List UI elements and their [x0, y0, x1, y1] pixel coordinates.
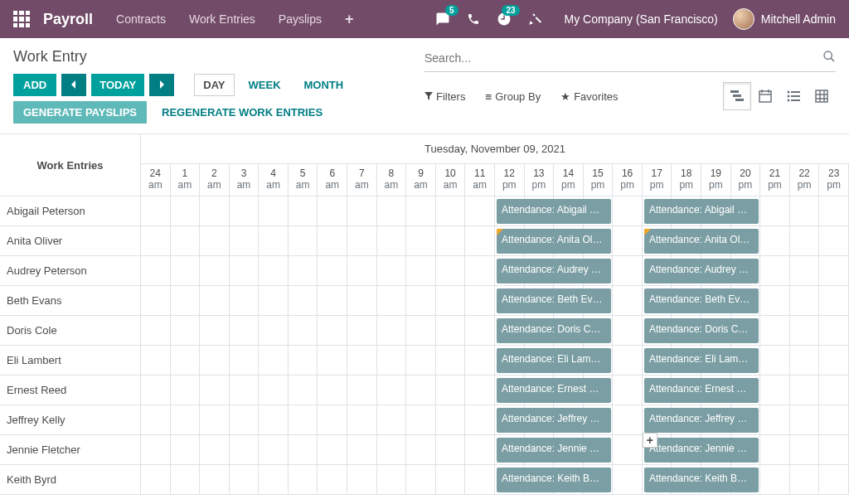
gantt-cell[interactable]: [289, 316, 318, 346]
gantt-cell[interactable]: [760, 435, 790, 465]
work-entry-bar[interactable]: Attendance: Abigail …: [497, 199, 611, 224]
gantt-cell[interactable]: [790, 316, 820, 346]
work-entry-bar[interactable]: Attendance: Keith B…: [497, 468, 611, 492]
user-name[interactable]: Mitchell Admin: [761, 12, 836, 26]
gantt-cell[interactable]: [200, 346, 230, 376]
employee-row-name[interactable]: Audrey Peterson: [0, 256, 141, 286]
gantt-cell[interactable]: [760, 465, 790, 495]
gantt-cell[interactable]: [171, 286, 201, 316]
gantt-cell[interactable]: [377, 256, 407, 286]
gantt-cell[interactable]: [171, 256, 201, 286]
gantt-cell[interactable]: [377, 405, 407, 435]
gantt-cell[interactable]: [819, 226, 849, 256]
search-input[interactable]: [424, 51, 822, 65]
activity-icon[interactable]: 23: [497, 12, 512, 27]
gantt-cell[interactable]: [141, 346, 171, 376]
gantt-cell[interactable]: [819, 346, 849, 376]
gantt-cell[interactable]: [171, 226, 201, 256]
gantt-cell[interactable]: [289, 256, 318, 286]
gantt-cell[interactable]: [141, 226, 171, 256]
gantt-cell[interactable]: [790, 286, 820, 316]
gantt-cell[interactable]: [377, 346, 407, 376]
menu-work-entries[interactable]: Work Entries: [189, 12, 255, 26]
work-entry-bar[interactable]: Attendance: Beth Ev…: [497, 288, 611, 313]
gantt-cell[interactable]: [259, 376, 289, 405]
employee-row-name[interactable]: Keith Byrd: [0, 465, 141, 495]
gantt-cell[interactable]: [171, 346, 201, 376]
gantt-cell[interactable]: [377, 465, 407, 495]
gantt-cell[interactable]: [230, 286, 260, 316]
gantt-cell[interactable]: [377, 226, 407, 256]
view-pivot-icon[interactable]: [808, 82, 836, 110]
gantt-cell[interactable]: [406, 286, 436, 316]
gantt-cell[interactable]: [377, 316, 407, 346]
gantt-scroll[interactable]: Work Entries Tuesday, November 09, 2021 …: [0, 133, 849, 497]
gantt-cell[interactable]: [465, 435, 495, 465]
work-entry-bar[interactable]: Attendance: Jeffrey …: [644, 408, 759, 433]
gantt-cell[interactable]: [790, 346, 820, 376]
gantt-cell[interactable]: [200, 286, 230, 316]
gantt-cell[interactable]: [465, 256, 495, 286]
range-week[interactable]: WEEK: [240, 74, 290, 96]
filters-dropdown[interactable]: Filters: [424, 90, 465, 103]
gantt-cell[interactable]: [465, 376, 495, 405]
gantt-cell[interactable]: [318, 226, 347, 256]
gantt-cell[interactable]: [200, 435, 230, 465]
gantt-cell[interactable]: [436, 316, 466, 346]
gantt-cell[interactable]: [760, 376, 790, 405]
gantt-cell[interactable]: [377, 196, 407, 226]
gantt-cell[interactable]: [819, 316, 849, 346]
gantt-cell[interactable]: [465, 465, 495, 495]
work-entry-bar[interactable]: Attendance: Audrey …: [644, 259, 759, 284]
gantt-cell[interactable]: [200, 256, 230, 286]
gantt-cell[interactable]: [347, 226, 377, 256]
gantt-cell[interactable]: [318, 316, 347, 346]
gantt-cell[interactable]: [318, 405, 347, 435]
app-brand[interactable]: Payroll: [43, 11, 93, 28]
gantt-cell[interactable]: [259, 346, 289, 376]
gantt-cell[interactable]: [200, 226, 230, 256]
regenerate-entries-button[interactable]: REGENERATE WORK ENTRIES: [152, 101, 332, 124]
employee-row-name[interactable]: Beth Evans: [0, 286, 141, 316]
gantt-cell[interactable]: [790, 465, 820, 495]
gantt-cell[interactable]: [613, 226, 643, 256]
gantt-cell[interactable]: [230, 465, 260, 495]
gantt-cell[interactable]: [613, 196, 643, 226]
gantt-cell[interactable]: [259, 226, 289, 256]
gantt-cell[interactable]: [465, 226, 495, 256]
gantt-cell[interactable]: [436, 256, 466, 286]
gantt-cell[interactable]: [171, 435, 201, 465]
user-avatar[interactable]: [733, 8, 754, 30]
phone-icon[interactable]: [467, 12, 480, 26]
work-entry-bar[interactable]: Attendance: Anita Ol…: [497, 229, 611, 254]
gantt-cell[interactable]: [790, 376, 820, 405]
gantt-cell[interactable]: [465, 346, 495, 376]
gantt-cell[interactable]: [318, 435, 347, 465]
gantt-cell[interactable]: [819, 196, 849, 226]
gantt-cell[interactable]: [259, 316, 289, 346]
gantt-cell[interactable]: [289, 346, 318, 376]
gantt-cell[interactable]: [259, 196, 289, 226]
gantt-cell[interactable]: [465, 286, 495, 316]
gantt-cell[interactable]: [141, 465, 171, 495]
company-selector[interactable]: My Company (San Francisco): [565, 12, 718, 26]
gantt-cell[interactable]: [760, 286, 790, 316]
gantt-cell[interactable]: [141, 435, 171, 465]
gantt-cell[interactable]: [259, 405, 289, 435]
gantt-cell[interactable]: [230, 405, 260, 435]
gantt-cell[interactable]: [406, 226, 436, 256]
gantt-cell[interactable]: [436, 286, 466, 316]
prev-button[interactable]: [61, 74, 86, 96]
gantt-cell[interactable]: [347, 286, 377, 316]
gantt-cell[interactable]: [171, 405, 201, 435]
gantt-cell[interactable]: [141, 376, 171, 405]
gantt-cell[interactable]: [318, 286, 347, 316]
menu-add-icon[interactable]: +: [345, 11, 354, 28]
view-calendar-icon[interactable]: [751, 82, 779, 110]
gantt-cell[interactable]: [819, 286, 849, 316]
gantt-cell[interactable]: [436, 196, 466, 226]
employee-row-name[interactable]: Eli Lambert: [0, 346, 141, 376]
gantt-cell[interactable]: [259, 286, 289, 316]
favorites-dropdown[interactable]: ★ Favorites: [560, 90, 618, 103]
employee-row-name[interactable]: Ernest Reed: [0, 376, 141, 405]
